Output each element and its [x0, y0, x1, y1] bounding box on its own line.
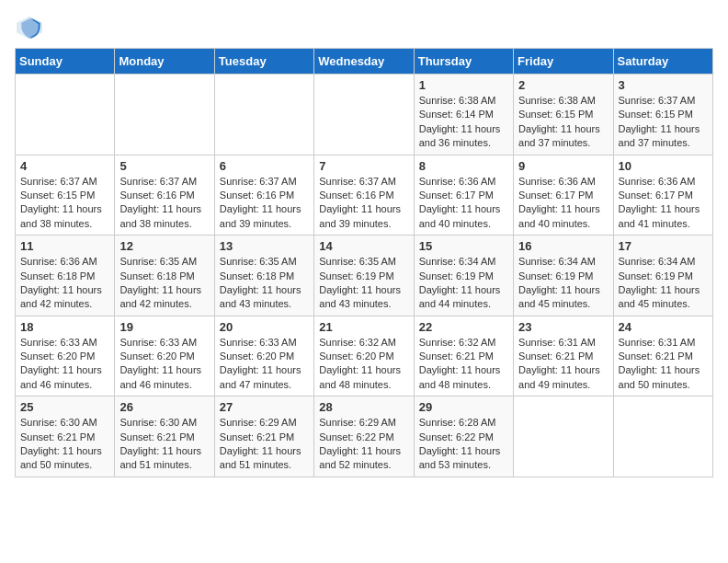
day-info: Sunrise: 6:37 AM Sunset: 6:15 PM Dayligh… [619, 94, 708, 151]
calendar-cell: 4Sunrise: 6:37 AM Sunset: 6:15 PM Daylig… [16, 155, 115, 236]
day-header-saturday: Saturday [613, 49, 712, 75]
day-info: Sunrise: 6:34 AM Sunset: 6:19 PM Dayligh… [419, 255, 508, 312]
day-info: Sunrise: 6:30 AM Sunset: 6:21 PM Dayligh… [20, 416, 109, 473]
week-row-2: 4Sunrise: 6:37 AM Sunset: 6:15 PM Daylig… [16, 155, 713, 236]
calendar-cell [214, 75, 313, 155]
day-number: 24 [619, 320, 708, 334]
logo [15, 15, 48, 40]
day-info: Sunrise: 6:32 AM Sunset: 6:21 PM Dayligh… [419, 336, 508, 393]
calendar-cell: 27Sunrise: 6:29 AM Sunset: 6:21 PM Dayli… [214, 396, 313, 477]
day-number: 3 [619, 78, 708, 92]
day-info: Sunrise: 6:33 AM Sunset: 6:20 PM Dayligh… [220, 336, 309, 393]
day-info: Sunrise: 6:36 AM Sunset: 6:17 PM Dayligh… [518, 175, 608, 232]
day-info: Sunrise: 6:34 AM Sunset: 6:19 PM Dayligh… [518, 255, 608, 312]
calendar-cell [115, 75, 214, 155]
day-number: 10 [619, 159, 708, 173]
day-number: 16 [518, 239, 608, 253]
calendar-cell: 14Sunrise: 6:35 AM Sunset: 6:19 PM Dayli… [314, 236, 414, 316]
day-header-monday: Monday [115, 49, 214, 75]
calendar-cell: 29Sunrise: 6:28 AM Sunset: 6:22 PM Dayli… [414, 396, 513, 477]
calendar-cell: 18Sunrise: 6:33 AM Sunset: 6:20 PM Dayli… [16, 316, 115, 396]
week-row-1: 1Sunrise: 6:38 AM Sunset: 6:14 PM Daylig… [16, 75, 713, 155]
day-number: 17 [619, 239, 708, 253]
logo-icon [15, 15, 44, 40]
calendar-cell: 21Sunrise: 6:32 AM Sunset: 6:20 PM Dayli… [314, 316, 414, 396]
day-info: Sunrise: 6:34 AM Sunset: 6:19 PM Dayligh… [619, 255, 708, 312]
day-number: 18 [20, 320, 109, 334]
calendar-cell: 28Sunrise: 6:29 AM Sunset: 6:22 PM Dayli… [314, 396, 414, 477]
day-number: 6 [220, 159, 309, 173]
calendar-cell: 7Sunrise: 6:37 AM Sunset: 6:16 PM Daylig… [314, 155, 414, 236]
day-number: 2 [518, 78, 608, 92]
day-info: Sunrise: 6:35 AM Sunset: 6:18 PM Dayligh… [220, 255, 309, 312]
day-info: Sunrise: 6:37 AM Sunset: 6:16 PM Dayligh… [319, 175, 408, 232]
calendar-cell: 1Sunrise: 6:38 AM Sunset: 6:14 PM Daylig… [414, 75, 513, 155]
day-number: 8 [419, 159, 508, 173]
calendar-cell: 12Sunrise: 6:35 AM Sunset: 6:18 PM Dayli… [115, 236, 214, 316]
calendar-cell: 23Sunrise: 6:31 AM Sunset: 6:21 PM Dayli… [514, 316, 613, 396]
day-number: 26 [119, 400, 209, 414]
day-info: Sunrise: 6:36 AM Sunset: 6:18 PM Dayligh… [20, 255, 109, 312]
day-number: 23 [518, 320, 608, 334]
day-number: 29 [419, 400, 508, 414]
day-number: 11 [20, 239, 109, 253]
calendar-cell: 9Sunrise: 6:36 AM Sunset: 6:17 PM Daylig… [514, 155, 613, 236]
day-info: Sunrise: 6:33 AM Sunset: 6:20 PM Dayligh… [119, 336, 209, 393]
day-number: 15 [419, 239, 508, 253]
day-info: Sunrise: 6:31 AM Sunset: 6:21 PM Dayligh… [518, 336, 608, 393]
calendar-cell: 17Sunrise: 6:34 AM Sunset: 6:19 PM Dayli… [613, 236, 712, 316]
day-number: 12 [119, 239, 209, 253]
day-info: Sunrise: 6:36 AM Sunset: 6:17 PM Dayligh… [619, 175, 708, 232]
calendar-cell: 26Sunrise: 6:30 AM Sunset: 6:21 PM Dayli… [115, 396, 214, 477]
calendar-cell [16, 75, 115, 155]
day-header-tuesday: Tuesday [214, 49, 313, 75]
calendar-cell: 2Sunrise: 6:38 AM Sunset: 6:15 PM Daylig… [514, 75, 613, 155]
calendar-cell: 20Sunrise: 6:33 AM Sunset: 6:20 PM Dayli… [214, 316, 313, 396]
calendar-cell: 25Sunrise: 6:30 AM Sunset: 6:21 PM Dayli… [16, 396, 115, 477]
day-info: Sunrise: 6:37 AM Sunset: 6:16 PM Dayligh… [119, 175, 209, 232]
calendar-cell: 3Sunrise: 6:37 AM Sunset: 6:15 PM Daylig… [613, 75, 712, 155]
day-info: Sunrise: 6:35 AM Sunset: 6:19 PM Dayligh… [319, 255, 408, 312]
day-header-thursday: Thursday [414, 49, 513, 75]
header-row: SundayMondayTuesdayWednesdayThursdayFrid… [16, 49, 713, 75]
day-info: Sunrise: 6:33 AM Sunset: 6:20 PM Dayligh… [20, 336, 109, 393]
day-number: 4 [20, 159, 109, 173]
week-row-5: 25Sunrise: 6:30 AM Sunset: 6:21 PM Dayli… [16, 396, 713, 477]
day-info: Sunrise: 6:29 AM Sunset: 6:22 PM Dayligh… [319, 416, 408, 473]
day-info: Sunrise: 6:37 AM Sunset: 6:15 PM Dayligh… [20, 175, 109, 232]
day-number: 22 [419, 320, 508, 334]
day-number: 20 [220, 320, 309, 334]
calendar-body: 1Sunrise: 6:38 AM Sunset: 6:14 PM Daylig… [16, 75, 713, 477]
day-info: Sunrise: 6:37 AM Sunset: 6:16 PM Dayligh… [220, 175, 309, 232]
week-row-4: 18Sunrise: 6:33 AM Sunset: 6:20 PM Dayli… [16, 316, 713, 396]
calendar-cell [514, 396, 613, 477]
calendar-cell: 10Sunrise: 6:36 AM Sunset: 6:17 PM Dayli… [613, 155, 712, 236]
day-number: 21 [319, 320, 408, 334]
day-info: Sunrise: 6:38 AM Sunset: 6:14 PM Dayligh… [419, 94, 508, 151]
calendar-cell: 8Sunrise: 6:36 AM Sunset: 6:17 PM Daylig… [414, 155, 513, 236]
calendar-cell [613, 396, 712, 477]
calendar-cell: 16Sunrise: 6:34 AM Sunset: 6:19 PM Dayli… [514, 236, 613, 316]
day-number: 14 [319, 239, 408, 253]
day-number: 25 [20, 400, 109, 414]
day-number: 9 [518, 159, 608, 173]
day-info: Sunrise: 6:30 AM Sunset: 6:21 PM Dayligh… [119, 416, 209, 473]
day-info: Sunrise: 6:28 AM Sunset: 6:22 PM Dayligh… [419, 416, 508, 473]
day-number: 19 [119, 320, 209, 334]
day-header-sunday: Sunday [16, 49, 115, 75]
day-number: 7 [319, 159, 408, 173]
day-number: 5 [119, 159, 209, 173]
day-info: Sunrise: 6:29 AM Sunset: 6:21 PM Dayligh… [220, 416, 309, 473]
day-info: Sunrise: 6:35 AM Sunset: 6:18 PM Dayligh… [119, 255, 209, 312]
calendar-table: SundayMondayTuesdayWednesdayThursdayFrid… [15, 48, 713, 477]
calendar-cell: 19Sunrise: 6:33 AM Sunset: 6:20 PM Dayli… [115, 316, 214, 396]
calendar-cell: 6Sunrise: 6:37 AM Sunset: 6:16 PM Daylig… [214, 155, 313, 236]
calendar-header: SundayMondayTuesdayWednesdayThursdayFrid… [16, 49, 713, 75]
day-info: Sunrise: 6:32 AM Sunset: 6:20 PM Dayligh… [319, 336, 408, 393]
day-number: 13 [220, 239, 309, 253]
day-header-wednesday: Wednesday [314, 49, 414, 75]
day-number: 28 [319, 400, 408, 414]
day-info: Sunrise: 6:31 AM Sunset: 6:21 PM Dayligh… [619, 336, 708, 393]
day-number: 1 [419, 78, 508, 92]
week-row-3: 11Sunrise: 6:36 AM Sunset: 6:18 PM Dayli… [16, 236, 713, 316]
